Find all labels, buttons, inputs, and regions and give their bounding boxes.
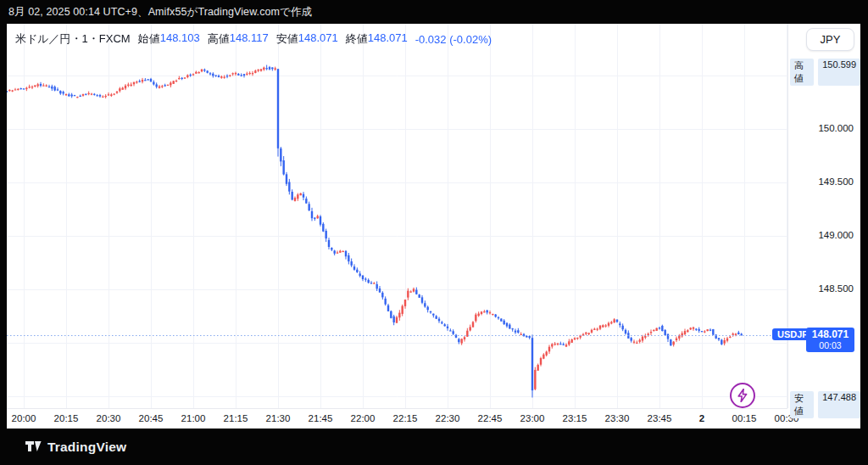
- legend-high: 高値148.117: [208, 31, 269, 47]
- legend-close-label: 終値: [346, 31, 368, 47]
- session-high-marker: 高値 150.599: [790, 59, 860, 86]
- time-tick-label: 21:00: [181, 413, 206, 423]
- high-marker-value: 150.599: [818, 59, 860, 86]
- bar-countdown: 00:03: [806, 340, 854, 350]
- lightning-icon: [737, 389, 748, 402]
- time-tick-label: 23:00: [520, 413, 545, 423]
- flash-button[interactable]: [730, 383, 755, 408]
- legend-open-label: 始値: [138, 31, 160, 47]
- footer-bar: TradingView: [0, 429, 868, 465]
- last-price-axis-box: 148.071 00:03: [806, 328, 854, 352]
- tradingview-mark-icon: [25, 441, 42, 453]
- time-tick-label: 2: [699, 413, 704, 423]
- legend-change: -0.032 (-0.02%): [415, 33, 492, 46]
- time-tick-label: 20:00: [12, 413, 36, 423]
- price-tick-label: 149.500: [818, 176, 854, 187]
- time-tick-label: 21:15: [224, 413, 248, 423]
- time-tick-label: 22:45: [478, 413, 503, 423]
- tradingview-logo-text: TradingView: [47, 440, 126, 455]
- legend-low-label: 安値: [276, 31, 298, 47]
- header-bar: 8月 02, 2025 00:14 UTC+9、Amifx55がTradingV…: [0, 0, 868, 24]
- time-tick-label: 23:15: [563, 413, 587, 423]
- time-tick-label: 20:15: [54, 413, 79, 423]
- legend-close: 終値148.071: [346, 31, 408, 47]
- legend-open: 始値148.103: [138, 31, 200, 47]
- time-tick-label: 22:30: [436, 413, 460, 423]
- legend-open-value: 148.103: [160, 31, 200, 47]
- candlestick-chart-canvas[interactable]: [7, 24, 787, 408]
- tradingview-logo[interactable]: TradingView: [25, 440, 126, 455]
- time-tick-label: 20:45: [139, 413, 164, 423]
- time-tick-label: 21:30: [266, 413, 291, 423]
- price-tick-label: 149.000: [818, 230, 854, 240]
- high-marker-label: 高値: [790, 59, 814, 86]
- legend-low: 安値148.071: [276, 31, 338, 47]
- time-tick-label: 22:15: [393, 413, 418, 423]
- price-tick-label: 148.500: [818, 283, 854, 294]
- chart-card: 米ドル／円・1・FXCM 始値148.103 高値148.117 安値148.0…: [7, 24, 860, 429]
- low-marker-value: 147.488: [818, 391, 860, 418]
- legend-low-value: 148.071: [298, 31, 338, 47]
- screenshot-frame: 8月 02, 2025 00:14 UTC+9、Amifx55がTradingV…: [0, 0, 868, 465]
- legend-high-label: 高値: [208, 31, 230, 47]
- symbol-title[interactable]: 米ドル／円・1・FXCM: [15, 31, 131, 47]
- time-tick-label: 20:30: [97, 413, 121, 423]
- time-tick-label: 22:00: [351, 413, 376, 423]
- time-tick-label: 23:45: [648, 413, 672, 423]
- time-tick-label: 21:45: [309, 413, 333, 423]
- snapshot-attribution-text: 8月 02, 2025 00:14 UTC+9、Amifx55がTradingV…: [0, 5, 312, 20]
- chart-plot-area[interactable]: [7, 24, 787, 408]
- low-marker-label: 安値: [790, 391, 814, 418]
- currency-unit-button[interactable]: JPY: [806, 28, 854, 51]
- chart-legend: 米ドル／円・1・FXCM 始値148.103 高値148.117 安値148.0…: [15, 31, 492, 47]
- legend-close-value: 148.071: [368, 31, 408, 47]
- last-price-value: 148.071: [806, 328, 854, 340]
- time-axis[interactable]: 20:0020:1520:3020:4521:0021:1521:3021:45…: [7, 408, 787, 429]
- price-tick-label: 150.000: [818, 123, 854, 133]
- session-low-marker: 安値 147.488: [790, 391, 860, 418]
- time-tick-label: 00:15: [732, 413, 757, 423]
- time-tick-label: 23:30: [605, 413, 630, 423]
- legend-high-value: 148.117: [230, 31, 269, 47]
